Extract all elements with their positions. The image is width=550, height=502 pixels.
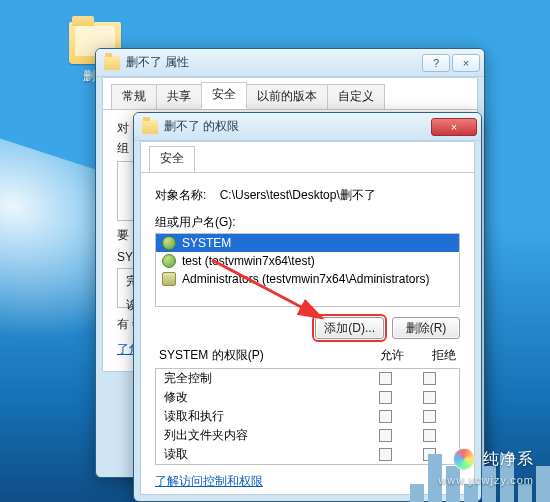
allow-checkbox[interactable] <box>379 448 392 461</box>
allow-checkbox[interactable] <box>379 410 392 423</box>
folder-icon <box>104 56 120 70</box>
user-row-test[interactable]: test (testvmwin7x64\test) <box>156 252 459 270</box>
tab-custom[interactable]: 自定义 <box>327 84 385 109</box>
permissions-window: 删不了 的权限 × 安全 对象名称: C:\Users\test\Desktop… <box>133 112 482 502</box>
permissions-table: 完全控制 修改 读取和执行 列出文件夹内 <box>155 368 460 465</box>
object-name-value: C:\Users\test\Desktop\删不了 <box>220 188 376 202</box>
allow-checkbox[interactable] <box>379 391 392 404</box>
deny-checkbox[interactable] <box>423 410 436 423</box>
perm-row: 读取和执行 <box>156 407 459 426</box>
deny-checkbox[interactable] <box>423 391 436 404</box>
folder-icon <box>142 120 158 134</box>
help-button[interactable]: ? <box>422 54 450 72</box>
user-label: test (testvmwin7x64\test) <box>182 254 315 268</box>
tab-sharing[interactable]: 共享 <box>156 84 202 109</box>
close-button[interactable]: × <box>431 118 477 136</box>
deny-checkbox[interactable] <box>423 372 436 385</box>
change-label-trunc: 要 <box>117 227 129 244</box>
watermark-url: www.ycwjzy.com <box>438 474 534 486</box>
tab-security[interactable]: 安全 <box>201 82 247 109</box>
properties-title: 删不了 属性 <box>126 54 422 71</box>
tab-general[interactable]: 常规 <box>111 84 157 109</box>
user-label: SYSTEM <box>182 236 231 250</box>
user-row-system[interactable]: SYSTEM <box>156 234 459 252</box>
tab-security[interactable]: 安全 <box>149 146 195 172</box>
close-button[interactable]: × <box>452 54 480 72</box>
watermark-logo-icon <box>453 448 475 470</box>
user-list[interactable]: SYSTEM test (testvmwin7x64\test) Adminis… <box>155 233 460 307</box>
perm-row: 列出文件夹内容 <box>156 426 459 445</box>
add-button[interactable]: 添加(D)... <box>315 317 384 339</box>
permissions-title: 删不了 的权限 <box>164 118 431 135</box>
perm-label: 读取 <box>164 446 363 463</box>
groups-label: 组或用户名(G): <box>155 214 460 231</box>
group-icon <box>162 272 176 286</box>
allow-checkbox[interactable] <box>379 429 392 442</box>
object-name-label: 对象名称: <box>155 188 206 202</box>
deny-header: 拒绝 <box>432 347 456 364</box>
perm-row: 完全控制 <box>156 369 459 388</box>
perm-label: 完全控制 <box>164 370 363 387</box>
tab-previous[interactable]: 以前的版本 <box>246 84 328 109</box>
watermark-brand: 纯净系 <box>483 449 534 470</box>
deny-checkbox[interactable] <box>423 429 436 442</box>
permissions-titlebar[interactable]: 删不了 的权限 × <box>134 113 481 141</box>
learn-link[interactable]: 了解访问控制和权限 <box>155 474 263 488</box>
perm-label: 读取和执行 <box>164 408 363 425</box>
properties-tabs: 常规 共享 安全 以前的版本 自定义 <box>103 78 477 110</box>
watermark: 纯净系 www.ycwjzy.com <box>453 448 534 470</box>
user-row-admins[interactable]: Administrators (testvmwin7x64\Administra… <box>156 270 459 288</box>
perm-header-label: SYSTEM 的权限(P) <box>159 347 264 364</box>
properties-titlebar[interactable]: 删不了 属性 ? × <box>96 49 484 77</box>
user-icon <box>162 236 176 250</box>
remove-button[interactable]: 删除(R) <box>392 317 460 339</box>
perm-label: 列出文件夹内容 <box>164 427 363 444</box>
user-icon <box>162 254 176 268</box>
perm-row: 修改 <box>156 388 459 407</box>
user-label: Administrators (testvmwin7x64\Administra… <box>182 272 429 286</box>
allow-header: 允许 <box>380 347 404 364</box>
allow-checkbox[interactable] <box>379 372 392 385</box>
perm-label: 修改 <box>164 389 363 406</box>
